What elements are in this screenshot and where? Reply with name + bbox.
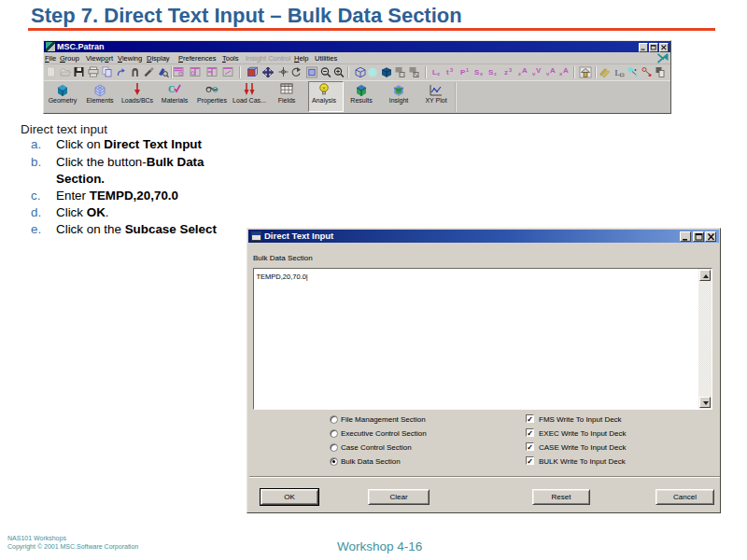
svg-text:3: 3 [509, 67, 512, 73]
svg-text:A: A [550, 66, 556, 75]
svg-text:C: C [168, 84, 175, 94]
svg-text:x: x [480, 71, 484, 77]
svg-text:z: z [494, 71, 497, 77]
svg-text:1: 1 [466, 67, 469, 73]
svg-text:z: z [504, 68, 508, 77]
svg-text:V: V [536, 66, 542, 75]
svg-text:z: z [518, 71, 521, 77]
svg-text:A: A [522, 66, 528, 75]
svg-text:3: 3 [450, 67, 453, 73]
svg-text:t: t [446, 68, 449, 77]
svg-text:L: L [615, 68, 621, 77]
svg-text:x: x [437, 71, 441, 77]
svg-text:A: A [563, 66, 569, 75]
